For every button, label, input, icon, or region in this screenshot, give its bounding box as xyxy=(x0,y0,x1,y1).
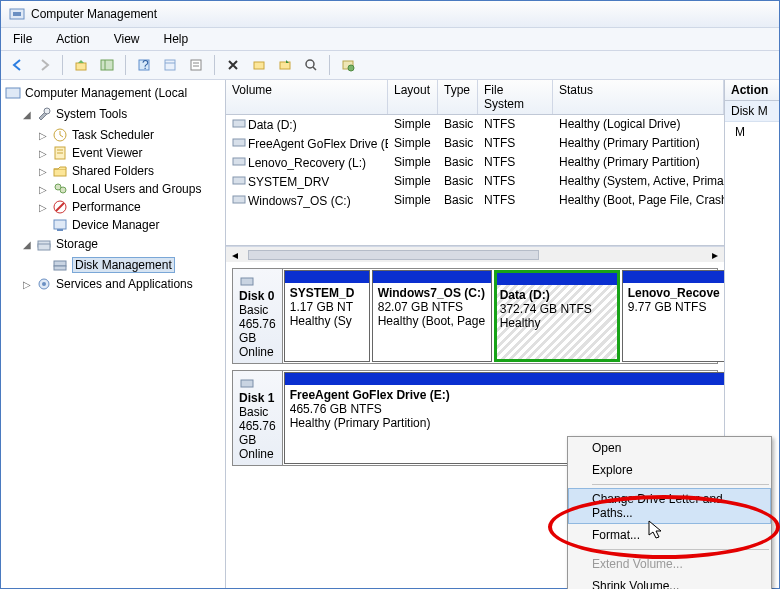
horizontal-scrollbar[interactable]: ◂ ▸ xyxy=(226,246,724,262)
col-type[interactable]: Type xyxy=(438,80,478,114)
partition-status: Healthy xyxy=(500,316,614,330)
ctx-open[interactable]: Open xyxy=(568,437,771,459)
menubar: File Action View Help xyxy=(1,28,779,51)
refresh-button[interactable] xyxy=(159,54,181,76)
menu-view[interactable]: View xyxy=(110,30,144,48)
volume-row[interactable]: SYSTEM_DRVSimpleBasicNTFSHealthy (System… xyxy=(226,172,724,191)
ctx-explore[interactable]: Explore xyxy=(568,459,771,481)
partition-header-bar xyxy=(285,373,724,385)
partition[interactable]: Windows7_OS (C:)82.07 GB NTFSHealthy (Bo… xyxy=(372,270,492,362)
expand-icon[interactable]: ▷ xyxy=(37,148,48,159)
disk-info[interactable]: Disk 0Basic465.76 GBOnline xyxy=(233,269,283,363)
find-button[interactable] xyxy=(300,54,322,76)
system-tools-label: System Tools xyxy=(56,107,127,121)
svg-rect-1 xyxy=(13,12,21,16)
collapse-icon[interactable]: ◢ xyxy=(21,109,32,120)
volume-layout: Simple xyxy=(388,192,438,209)
tree-item[interactable]: ▷Local Users and Groups xyxy=(37,180,225,198)
volume-row[interactable]: Data (D:)SimpleBasicNTFSHealthy (Logical… xyxy=(226,115,724,134)
tree-item-icon xyxy=(52,199,68,215)
disk-label: Disk 1 xyxy=(239,391,274,405)
toolbar: ? xyxy=(1,51,779,80)
col-volume[interactable]: Volume xyxy=(226,80,388,114)
forward-button[interactable] xyxy=(33,54,55,76)
svg-rect-34 xyxy=(54,266,66,270)
volume-status: Healthy (Boot, Page File, Crash Dump, xyxy=(553,192,724,209)
svg-point-36 xyxy=(42,282,46,286)
disk-icon xyxy=(239,375,255,391)
volume-type: Basic xyxy=(438,116,478,133)
svg-point-26 xyxy=(60,187,66,193)
expand-icon[interactable]: ▷ xyxy=(37,184,48,195)
partition-title: Data (D:) xyxy=(500,288,614,302)
volume-row[interactable]: Windows7_OS (C:)SimpleBasicNTFSHealthy (… xyxy=(226,191,724,210)
collapse-icon[interactable]: ◢ xyxy=(21,239,32,250)
expand-icon[interactable]: ▷ xyxy=(37,166,48,177)
disk-type: Basic xyxy=(239,405,276,419)
scroll-right-icon[interactable]: ▸ xyxy=(712,248,718,262)
scrollbar-thumb[interactable] xyxy=(248,250,540,260)
volume-status: Healthy (System, Active, Primary Partit xyxy=(553,173,724,190)
volume-layout: Simple xyxy=(388,173,438,190)
svg-rect-32 xyxy=(38,244,50,250)
expand-icon[interactable]: ▷ xyxy=(21,279,32,290)
tree-item[interactable]: ▷Task Scheduler xyxy=(37,126,225,144)
ctx-shrink-volume[interactable]: Shrink Volume... xyxy=(568,575,771,589)
menu-file[interactable]: File xyxy=(9,30,36,48)
show-hide-tree-button[interactable] xyxy=(96,54,118,76)
disk-label: Disk 0 xyxy=(239,289,274,303)
col-status[interactable]: Status xyxy=(553,80,724,114)
disk-type: Basic xyxy=(239,303,276,317)
scroll-left-icon[interactable]: ◂ xyxy=(232,248,238,262)
partition-header-bar xyxy=(623,271,724,283)
actions-sub1[interactable]: Disk M xyxy=(725,101,779,122)
volume-row[interactable]: Lenovo_Recovery (L:)SimpleBasicNTFSHealt… xyxy=(226,153,724,172)
volume-status: Healthy (Primary Partition) xyxy=(553,135,724,152)
tree-root[interactable]: Computer Management (Local ◢ System Tool… xyxy=(5,84,225,294)
actions-header: Action xyxy=(725,80,779,101)
tree-item-icon xyxy=(52,217,68,233)
expand-icon[interactable]: ▷ xyxy=(37,130,48,141)
settings-button[interactable] xyxy=(248,54,270,76)
tree-services[interactable]: ▷ Services and Applications xyxy=(21,275,225,293)
tree-item-icon xyxy=(52,163,68,179)
tree-item[interactable]: Device Manager xyxy=(37,216,225,234)
services-label: Services and Applications xyxy=(56,277,193,291)
help-button[interactable]: ? xyxy=(133,54,155,76)
delete-button[interactable] xyxy=(222,54,244,76)
partition[interactable]: SYSTEM_D1.17 GB NTHealthy (Sy xyxy=(284,270,370,362)
partition-header-bar xyxy=(285,271,369,283)
tree-item-label: Shared Folders xyxy=(72,164,154,178)
menu-help[interactable]: Help xyxy=(160,30,193,48)
partition[interactable]: Lenovo_Recove9.77 GB NTFS xyxy=(622,270,724,362)
back-button[interactable] xyxy=(7,54,29,76)
svg-rect-38 xyxy=(233,139,245,146)
tree-item[interactable]: ▷Shared Folders xyxy=(37,162,225,180)
volume-name: SYSTEM_DRV xyxy=(248,175,329,189)
partition-status: Healthy (Boot, Page xyxy=(378,314,486,328)
ctx-change-drive-letter[interactable]: Change Drive Letter and Paths... xyxy=(568,488,771,524)
action-button[interactable] xyxy=(337,54,359,76)
svg-point-17 xyxy=(348,65,354,71)
col-fs[interactable]: File System xyxy=(478,80,553,114)
svg-line-15 xyxy=(313,67,316,70)
tree-item[interactable]: ▷Event Viewer xyxy=(37,144,225,162)
expand-icon[interactable]: ▷ xyxy=(37,202,48,213)
menu-action[interactable]: Action xyxy=(52,30,93,48)
export-button[interactable] xyxy=(274,54,296,76)
volume-row[interactable]: FreeAgent GoFlex Drive (E:)SimpleBasicNT… xyxy=(226,134,724,153)
tree-storage[interactable]: ◢ Storage Disk Management xyxy=(21,235,225,275)
svg-rect-43 xyxy=(241,380,253,387)
window-title-text: Computer Management xyxy=(31,7,157,21)
actions-sub2[interactable]: M xyxy=(725,122,779,142)
disk-info[interactable]: Disk 1Basic465.76 GBOnline xyxy=(233,371,283,465)
ctx-format[interactable]: Format... xyxy=(568,524,771,546)
tree-item[interactable]: ▷Performance xyxy=(37,198,225,216)
col-layout[interactable]: Layout xyxy=(388,80,438,114)
tree-system-tools[interactable]: ◢ System Tools ▷Task Scheduler▷Event Vie… xyxy=(21,105,225,235)
properties-button[interactable] xyxy=(185,54,207,76)
up-button[interactable] xyxy=(70,54,92,76)
tree-disk-mgmt[interactable]: Disk Management xyxy=(37,256,225,274)
partition-status: Healthy (Sy xyxy=(290,314,364,328)
partition[interactable]: Data (D:)372.74 GB NTFSHealthy xyxy=(494,270,620,362)
